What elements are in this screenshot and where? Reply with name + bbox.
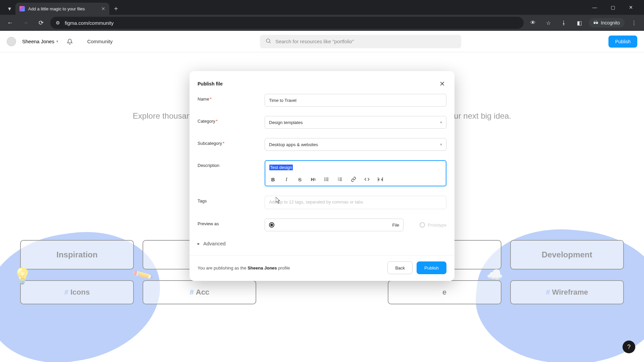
profile-name: Sheena Jones — [248, 265, 277, 270]
rich-text-toolbar: B I S H1 123 — [269, 176, 442, 183]
publishing-as-text: You are publishing as the Sheena Jones p… — [198, 265, 290, 270]
description-editor[interactable]: Test design B I S H1 123 — [265, 160, 446, 186]
back-button[interactable]: Back — [387, 261, 413, 274]
heading-button[interactable]: H1 — [310, 176, 317, 183]
category-label: Category* — [198, 116, 258, 124]
modal-title: Publish file — [198, 81, 223, 86]
numbered-list-button[interactable]: 123 — [336, 176, 344, 183]
radio-dot-icon — [269, 222, 274, 228]
chevron-down-icon: ▾ — [440, 142, 442, 147]
help-fab-button[interactable]: ? — [623, 341, 635, 353]
advanced-label: Advanced — [203, 241, 226, 246]
svg-point-6 — [325, 180, 325, 181]
incognito-chip[interactable]: 🕶 Incognito — [589, 18, 625, 27]
figma-favicon-icon — [19, 6, 25, 11]
incognito-label: Incognito — [601, 20, 620, 25]
subcategory-value: Desktop apps & websites — [269, 142, 318, 147]
browser-tab-active[interactable]: Add a little magic to your files ✕ — [15, 3, 109, 15]
description-label: Description — [198, 160, 258, 168]
incognito-icon: 🕶 — [593, 20, 598, 25]
window-minimize-button[interactable]: — — [587, 2, 602, 13]
svg-text:3: 3 — [338, 180, 339, 181]
radio-label-prototype: Prototype — [428, 223, 446, 228]
forward-button[interactable]: → — [19, 17, 32, 29]
category-value: Design templates — [269, 120, 303, 125]
close-modal-button[interactable]: ✕ — [438, 78, 446, 89]
subcategory-select[interactable]: Desktop apps & websites ▾ — [265, 138, 446, 151]
svg-point-4 — [325, 179, 325, 179]
back-button[interactable]: ← — [4, 17, 16, 29]
download-icon[interactable]: ⭳ — [558, 17, 570, 29]
close-tab-icon[interactable]: ✕ — [101, 6, 105, 11]
publish-button[interactable]: Publish — [417, 261, 446, 274]
sidepanel-icon[interactable]: ◧ — [573, 17, 585, 29]
advanced-toggle[interactable]: ▸ Advanced — [190, 237, 454, 255]
address-bar[interactable]: ⚙ figma.com/community — [50, 17, 524, 29]
reload-button[interactable]: ⟳ — [35, 17, 47, 29]
code-block-button[interactable] — [377, 176, 384, 183]
link-button[interactable] — [350, 176, 357, 183]
preview-radio-prototype: Prototype — [420, 222, 446, 228]
tab-title: Add a little magic to your files — [28, 6, 98, 11]
site-settings-icon[interactable]: ⚙ — [56, 20, 60, 25]
url-text: figma.com/community — [65, 20, 114, 26]
tab-list-button[interactable]: ▾ — [5, 4, 14, 13]
bookmark-star-icon[interactable]: ☆ — [542, 17, 554, 29]
category-select[interactable]: Design templates ▾ — [265, 116, 446, 129]
subcategory-label: Subcategory* — [198, 138, 258, 146]
bold-button[interactable]: B — [269, 176, 277, 183]
tags-label: Tags — [198, 196, 258, 203]
browser-toolbar: ← → ⟳ ⚙ figma.com/community 👁 ☆ ⭳ ◧ 🕶 In… — [0, 15, 644, 31]
preview-radio-file[interactable]: File — [265, 219, 404, 231]
modal-overlay: Publish file ✕ Name* Category* Design te… — [0, 31, 644, 362]
window-close-button[interactable]: ✕ — [623, 2, 639, 13]
italic-button[interactable]: I — [283, 176, 290, 183]
new-tab-button[interactable]: + — [111, 5, 121, 13]
name-label: Name* — [198, 94, 258, 102]
window-maximize-button[interactable]: ▢ — [605, 2, 621, 13]
code-button[interactable] — [363, 176, 371, 183]
chevron-down-icon: ▾ — [440, 120, 442, 125]
tags-input[interactable]: Add up to 12 tags, separated by commas o… — [265, 196, 446, 209]
radio-dot-icon — [420, 222, 425, 228]
eye-incognito-icon[interactable]: 👁 — [527, 17, 539, 29]
description-selected-text[interactable]: Test design — [269, 165, 293, 170]
publish-file-modal: Publish file ✕ Name* Category* Design te… — [190, 71, 454, 281]
chevron-right-icon: ▸ — [198, 241, 200, 246]
browser-tab-strip: ▾ Add a little magic to your files ✕ + —… — [0, 0, 644, 15]
name-input[interactable] — [265, 94, 446, 107]
bullet-list-button[interactable] — [323, 176, 330, 183]
preview-as-label: Preview as — [198, 219, 258, 226]
browser-menu-button[interactable]: ⋮ — [628, 17, 640, 29]
radio-label-file: File — [392, 223, 399, 228]
strikethrough-button[interactable]: S — [296, 176, 304, 183]
svg-point-2 — [325, 178, 325, 178]
